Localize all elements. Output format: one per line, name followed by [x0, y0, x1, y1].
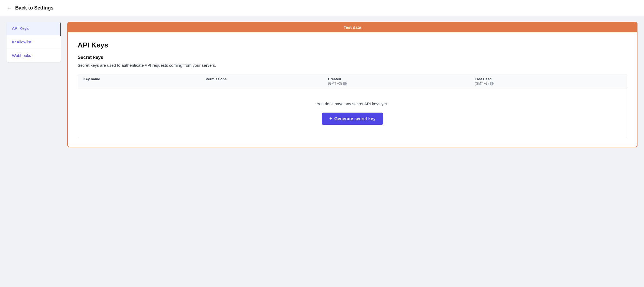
page-title: API Keys [78, 41, 627, 49]
table-header: Key name Permissions Created (GMT +3) i … [78, 74, 627, 88]
last-used-info-icon[interactable]: i [490, 82, 494, 85]
col-last-used: Last Used (GMT +3) i [475, 77, 621, 85]
generate-secret-key-button[interactable]: + Generate secret key [322, 113, 383, 125]
table-body-empty: You don't have any secret API keys yet. … [78, 88, 627, 138]
generate-button-label: Generate secret key [334, 116, 375, 121]
section-title: Secret keys [78, 55, 627, 60]
sidebar-item-webhooks[interactable]: Webhooks [7, 49, 61, 62]
page-layout: API Keys IP Allowlist Webhooks Test data… [0, 16, 644, 153]
col-key-name: Key name [83, 77, 206, 85]
content-body: API Keys Secret keys Secret keys are use… [68, 32, 637, 147]
empty-message: You don't have any secret API keys yet. [83, 101, 621, 106]
sidebar-item-ip-allowlist[interactable]: IP Allowlist [7, 35, 61, 49]
sidebar-item-api-keys[interactable]: API Keys [7, 22, 61, 35]
top-nav: ← Back to Settings [0, 0, 644, 16]
col-created: Created (GMT +3) i [328, 77, 475, 85]
created-info-icon[interactable]: i [343, 82, 347, 85]
back-to-settings-label: Back to Settings [15, 5, 53, 11]
section-description: Secret keys are used to authenticate API… [78, 63, 627, 68]
back-arrow-icon[interactable]: ← [7, 5, 12, 11]
col-permissions: Permissions [206, 77, 328, 85]
test-data-banner: Test data [68, 22, 637, 32]
sidebar: API Keys IP Allowlist Webhooks [7, 22, 61, 62]
main-content-panel: Test data API Keys Secret keys Secret ke… [67, 22, 637, 147]
api-keys-table: Key name Permissions Created (GMT +3) i … [78, 74, 627, 138]
plus-icon: + [329, 116, 332, 122]
